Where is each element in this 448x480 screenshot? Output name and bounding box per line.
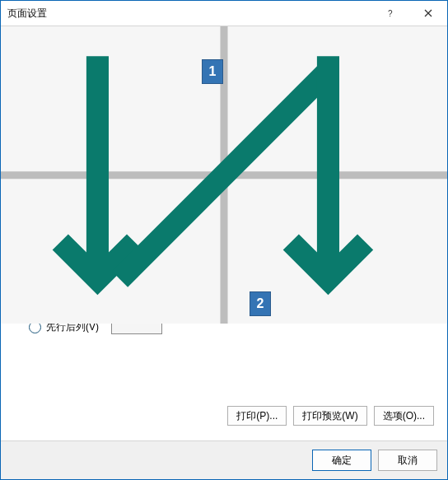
- print-button[interactable]: 打印(P)...: [227, 406, 287, 426]
- page-order-icon: [111, 300, 162, 334]
- callout-badge-2: 2: [250, 291, 271, 316]
- ok-button[interactable]: 确定: [312, 450, 371, 471]
- window-title: 页面设置: [1, 7, 47, 21]
- sheet-buttons: 打印(P)... 打印预览(W) 选项(O)...: [14, 389, 434, 426]
- dialog-footer: 确定 取消: [1, 440, 447, 479]
- cancel-button[interactable]: 取消: [378, 450, 437, 471]
- print-preview-button[interactable]: 打印预览(W): [293, 406, 366, 426]
- svg-text:?: ?: [388, 9, 393, 17]
- titlebar-buttons: ?: [371, 1, 447, 26]
- close-icon[interactable]: [409, 1, 447, 26]
- titlebar: 页面设置 ?: [1, 1, 447, 26]
- options-button[interactable]: 选项(O)...: [374, 406, 434, 426]
- tab-content: 打印区域(A): 打印标题 顶端标题行(R): $1:$1: [11, 59, 437, 431]
- page-setup-dialog: 页面设置 ? 1 2 页面 页边距 页眉/页脚 工作表 打印区域(A):: [0, 0, 448, 480]
- callout-badge-1: 1: [202, 59, 223, 84]
- help-icon[interactable]: ?: [371, 1, 409, 26]
